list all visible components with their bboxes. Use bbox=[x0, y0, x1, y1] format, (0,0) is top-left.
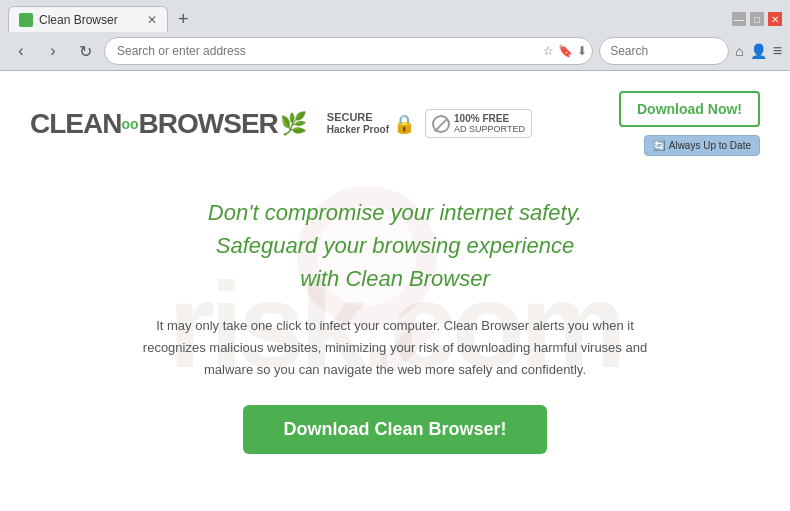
title-bar: Clean Browser ✕ + — □ ✕ bbox=[0, 0, 790, 32]
hero-line1: Don't compromise your internet safety. bbox=[30, 196, 760, 229]
header-row: CLEAN oo BROWSER 🌿 SECURE Hacker Proof 🔒 bbox=[30, 91, 760, 156]
free-line2: AD SUPPORTED bbox=[454, 124, 525, 134]
logo-oo-text: oo bbox=[121, 116, 138, 132]
hero-section: risk.com Don't compromise your internet … bbox=[30, 176, 760, 474]
hero-description: It may only take one click to infect you… bbox=[125, 315, 665, 381]
bookmark-icon[interactable]: 🔖 bbox=[558, 44, 573, 58]
free-line1: 100% FREE bbox=[454, 113, 525, 124]
window-controls: — □ ✕ bbox=[732, 12, 782, 26]
badges-area: SECURE Hacker Proof 🔒 100% FREE AD SUPPO… bbox=[327, 109, 599, 138]
tab-favicon bbox=[19, 13, 33, 27]
secure-badge-text: SECURE Hacker Proof bbox=[327, 111, 389, 136]
big-download-button[interactable]: Download Clean Browser! bbox=[243, 405, 546, 454]
lock-icon: 🔒 bbox=[393, 113, 415, 135]
address-bar-wrap: ☆ 🔖 ⬇ bbox=[104, 37, 593, 65]
always-update-text: Always Up to Date bbox=[669, 140, 751, 151]
page-inner: CLEAN oo BROWSER 🌿 SECURE Hacker Proof 🔒 bbox=[0, 71, 790, 494]
update-icon: 🔄 bbox=[653, 140, 665, 151]
browser-tab[interactable]: Clean Browser ✕ bbox=[8, 6, 168, 32]
page-content: CLEAN oo BROWSER 🌿 SECURE Hacker Proof 🔒 bbox=[0, 71, 790, 511]
secure-badge: SECURE Hacker Proof 🔒 bbox=[327, 111, 415, 136]
right-panel: Download Now! 🔄 Always Up to Date bbox=[619, 91, 760, 156]
nav-bar: ‹ › ↻ ☆ 🔖 ⬇ ⌂ 👤 ≡ bbox=[0, 32, 790, 70]
free-badge-text: 100% FREE AD SUPPORTED bbox=[454, 113, 525, 134]
free-badge: 100% FREE AD SUPPORTED bbox=[425, 109, 532, 138]
no-ads-icon bbox=[432, 115, 450, 133]
search-input[interactable] bbox=[599, 37, 729, 65]
download-icon[interactable]: ⬇ bbox=[577, 44, 587, 58]
user-icon[interactable]: 👤 bbox=[750, 43, 767, 59]
tab-title: Clean Browser bbox=[39, 13, 118, 27]
logo-browser-text: BROWSER bbox=[139, 108, 278, 140]
tab-close-button[interactable]: ✕ bbox=[147, 14, 157, 26]
toolbar-icons: ⌂ 👤 ≡ bbox=[735, 42, 782, 60]
hero-line2: Safeguard your browsing experience bbox=[30, 229, 760, 262]
secure-line1: SECURE bbox=[327, 111, 389, 124]
hero-line3: with Clean Browser bbox=[30, 262, 760, 295]
back-button[interactable]: ‹ bbox=[8, 38, 34, 64]
menu-button[interactable]: ≡ bbox=[773, 42, 782, 60]
logo-area: CLEAN oo BROWSER 🌿 bbox=[30, 108, 307, 140]
logo-clean-text: CLEAN bbox=[30, 108, 121, 140]
secure-line2: Hacker Proof bbox=[327, 124, 389, 136]
address-icons: ☆ 🔖 ⬇ bbox=[543, 44, 587, 58]
reload-button[interactable]: ↻ bbox=[72, 38, 98, 64]
leaf-icon: 🌿 bbox=[280, 111, 307, 137]
home-icon[interactable]: ⌂ bbox=[735, 43, 743, 59]
new-tab-button[interactable]: + bbox=[172, 9, 195, 30]
close-button[interactable]: ✕ bbox=[768, 12, 782, 26]
forward-button[interactable]: › bbox=[40, 38, 66, 64]
address-input[interactable] bbox=[104, 37, 593, 65]
download-now-button[interactable]: Download Now! bbox=[619, 91, 760, 127]
hero-headline: Don't compromise your internet safety. S… bbox=[30, 196, 760, 295]
maximize-button[interactable]: □ bbox=[750, 12, 764, 26]
browser-chrome: Clean Browser ✕ + — □ ✕ ‹ › ↻ ☆ 🔖 ⬇ ⌂ 👤 … bbox=[0, 0, 790, 71]
star-icon[interactable]: ☆ bbox=[543, 44, 554, 58]
always-up-to-date-badge: 🔄 Always Up to Date bbox=[644, 135, 760, 156]
minimize-button[interactable]: — bbox=[732, 12, 746, 26]
